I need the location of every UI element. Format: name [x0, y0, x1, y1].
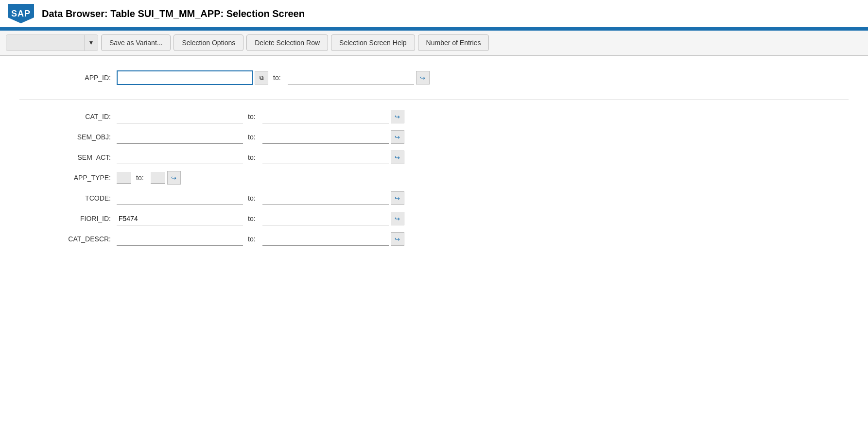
to-field-sem-obj[interactable] — [262, 130, 389, 144]
form-row-cat-id: CAT_ID: to: ↪ — [19, 110, 849, 123]
selection-screen-help-button[interactable]: Selection Screen Help — [331, 34, 415, 51]
field-app-id[interactable] — [117, 70, 253, 85]
input-group-tcode — [117, 191, 243, 205]
to-field-tcode[interactable] — [262, 191, 389, 205]
form-row-sem-obj: SEM_OBJ: to: ↪ — [19, 130, 849, 144]
to-field-app-type[interactable] — [151, 172, 165, 184]
sap-logo-text: SAP — [11, 9, 31, 19]
field-fiori-id[interactable] — [117, 212, 243, 225]
to-label-app-id: to: — [273, 74, 281, 82]
to-label-app-type: to: — [136, 174, 144, 182]
to-section-cat-descr: to: ↪ — [243, 232, 404, 246]
save-variant-button[interactable]: Save as Variant... — [101, 34, 171, 51]
arrow-btn-sem-obj[interactable]: ↪ — [391, 130, 404, 144]
delete-selection-row-button[interactable]: Delete Selection Row — [246, 34, 328, 51]
to-field-app-id[interactable] — [288, 71, 414, 85]
arrow-btn-cat-id[interactable]: ↪ — [391, 110, 404, 123]
to-section-cat-id: to: ↪ — [243, 110, 404, 123]
nav-dropdown-button[interactable]: ▼ — [84, 35, 98, 51]
label-sem-act: SEM_ACT: — [19, 153, 117, 161]
input-group-cat-descr — [117, 232, 243, 246]
arrow-btn-app-id[interactable]: ↪ — [416, 71, 430, 85]
label-fiori-id: FIORI_ID: — [19, 215, 117, 222]
label-cat-id: CAT_ID: — [19, 113, 117, 120]
nav-input-area: ▼ — [6, 34, 98, 51]
to-label-cat-descr: to: — [248, 235, 256, 243]
form-row-app-type: APP_TYPE: to: ↪ — [19, 171, 849, 185]
input-group-fiori-id — [117, 212, 243, 225]
to-section-app-type: to: ↪ — [131, 171, 181, 185]
to-label-tcode: to: — [248, 194, 256, 202]
header: SAP Data Browser: Table SUI_TM_MM_APP: S… — [0, 0, 868, 29]
arrow-btn-fiori-id[interactable]: ↪ — [391, 212, 404, 225]
label-app-type: APP_TYPE: — [19, 174, 117, 182]
to-field-cat-descr[interactable] — [262, 232, 389, 246]
to-label-cat-id: to: — [248, 113, 256, 120]
arrow-btn-tcode[interactable]: ↪ — [391, 191, 404, 205]
label-app-id: APP_ID: — [19, 74, 117, 82]
selection-options-button[interactable]: Selection Options — [174, 34, 243, 51]
to-section-app-id: to: ↪ — [268, 71, 430, 85]
main-content: APP_ID: ⧉ to: ↪ CAT_ID: to: ↪ SEM_OBJ: t… — [0, 56, 868, 267]
toolbar: ▼ Save as Variant... Selection Options D… — [0, 31, 868, 55]
to-field-fiori-id[interactable] — [262, 212, 389, 225]
to-section-sem-obj: to: ↪ — [243, 130, 404, 144]
to-field-sem-act[interactable] — [262, 151, 389, 164]
number-of-entries-button[interactable]: Number of Entries — [418, 34, 489, 51]
to-label-sem-act: to: — [248, 153, 256, 161]
form-row-tcode: TCODE: to: ↪ — [19, 191, 849, 205]
field-app-type[interactable] — [117, 172, 131, 184]
field-sem-obj[interactable] — [117, 130, 243, 144]
form-row-fiori-id: FIORI_ID: to: ↪ — [19, 212, 849, 225]
field-sem-act[interactable] — [117, 151, 243, 164]
nav-input[interactable] — [6, 35, 84, 51]
sap-logo: SAP — [8, 4, 34, 23]
label-tcode: TCODE: — [19, 194, 117, 202]
page-title: Data Browser: Table SUI_TM_MM_APP: Selec… — [42, 8, 305, 19]
label-cat-descr: CAT_DESCR: — [19, 235, 117, 243]
field-tcode[interactable] — [117, 191, 243, 205]
form-row-app-id: APP_ID: ⧉ to: ↪ — [19, 70, 849, 85]
input-group-sem-act — [117, 151, 243, 164]
form-row-sem-act: SEM_ACT: to: ↪ — [19, 151, 849, 164]
field-cat-id[interactable] — [117, 110, 243, 123]
arrow-btn-sem-act[interactable]: ↪ — [391, 151, 404, 164]
field-cat-descr[interactable] — [117, 232, 243, 246]
input-group-cat-id — [117, 110, 243, 123]
label-sem-obj: SEM_OBJ: — [19, 133, 117, 141]
to-section-tcode: to: ↪ — [243, 191, 404, 205]
to-section-fiori-id: to: ↪ — [243, 212, 404, 225]
lookup-btn-app-id[interactable]: ⧉ — [255, 71, 268, 85]
form-divider — [19, 100, 849, 100]
to-section-sem-act: to: ↪ — [243, 151, 404, 164]
form-row-cat-descr: CAT_DESCR: to: ↪ — [19, 232, 849, 246]
input-group-app-id: ⧉ — [117, 70, 268, 85]
to-label-fiori-id: to: — [248, 215, 256, 222]
input-group-sem-obj — [117, 130, 243, 144]
to-label-sem-obj: to: — [248, 133, 256, 141]
to-field-cat-id[interactable] — [262, 110, 389, 123]
arrow-btn-app-type[interactable]: ↪ — [167, 171, 181, 185]
arrow-btn-cat-descr[interactable]: ↪ — [391, 232, 404, 246]
input-group-app-type — [117, 172, 131, 184]
